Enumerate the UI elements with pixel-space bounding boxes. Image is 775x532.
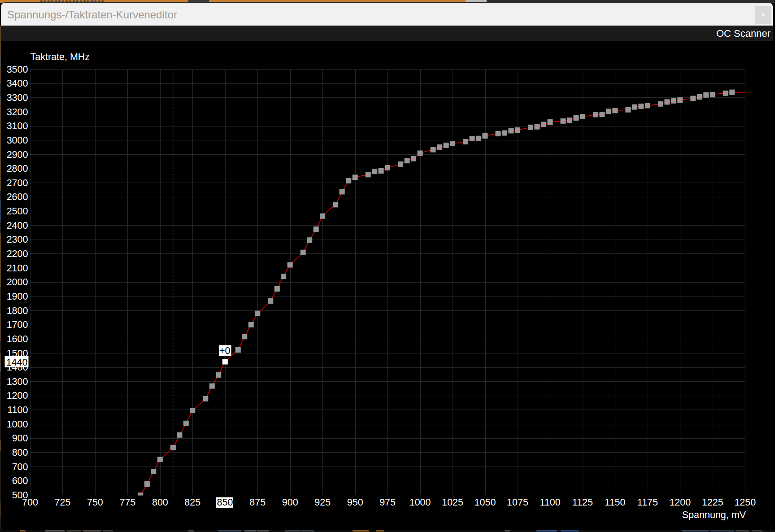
svg-text:2700: 2700 <box>7 178 28 188</box>
svg-text:1600: 1600 <box>7 334 28 344</box>
svg-text:3200: 3200 <box>7 107 28 118</box>
svg-text:825: 825 <box>184 497 200 508</box>
svg-text:2100: 2100 <box>7 263 28 274</box>
svg-text:700: 700 <box>22 497 38 508</box>
svg-text:1000: 1000 <box>7 419 28 430</box>
svg-text:950: 950 <box>347 497 363 508</box>
svg-text:1100: 1100 <box>540 497 560 508</box>
svg-text:3400: 3400 <box>7 78 28 89</box>
svg-text:875: 875 <box>249 497 266 508</box>
svg-text:850: 850 <box>217 497 233 508</box>
svg-text:725: 725 <box>55 497 71 508</box>
svg-text:Taktrate, MHz: Taktrate, MHz <box>30 52 90 62</box>
svg-text:Spannung, mV: Spannung, mV <box>682 510 746 520</box>
svg-text:3300: 3300 <box>7 92 28 103</box>
svg-text:1025: 1025 <box>442 497 463 508</box>
svg-text:1225: 1225 <box>702 497 723 508</box>
svg-text:1150: 1150 <box>605 497 625 508</box>
svg-text:2800: 2800 <box>7 163 28 174</box>
svg-text:2400: 2400 <box>7 220 28 231</box>
svg-text:3000: 3000 <box>7 135 28 146</box>
svg-text:900: 900 <box>282 497 298 508</box>
svg-text:1200: 1200 <box>669 497 691 508</box>
svg-text:3500: 3500 <box>7 64 28 75</box>
svg-text:1175: 1175 <box>637 497 658 508</box>
svg-text:1000: 1000 <box>409 497 431 508</box>
svg-text:1250: 1250 <box>734 497 756 508</box>
svg-text:1050: 1050 <box>475 497 496 508</box>
svg-text:1900: 1900 <box>7 291 28 302</box>
svg-text:2000: 2000 <box>7 277 28 288</box>
svg-text:800: 800 <box>152 497 168 508</box>
svg-text:900: 900 <box>12 433 28 444</box>
svg-text:2600: 2600 <box>7 192 28 202</box>
svg-text:700: 700 <box>12 462 28 472</box>
svg-text:2300: 2300 <box>7 234 28 245</box>
svg-text:750: 750 <box>87 497 103 508</box>
svg-text:1800: 1800 <box>7 305 28 316</box>
svg-text:1300: 1300 <box>7 376 28 387</box>
svg-text:3100: 3100 <box>7 121 28 131</box>
svg-text:1125: 1125 <box>572 497 593 508</box>
svg-text:2500: 2500 <box>7 206 28 217</box>
svg-text:+0: +0 <box>219 345 231 356</box>
svg-text:1200: 1200 <box>7 390 28 401</box>
svg-text:1700: 1700 <box>7 319 28 330</box>
svg-text:1440: 1440 <box>6 357 28 368</box>
svg-text:1100: 1100 <box>7 405 28 415</box>
svg-text:800: 800 <box>12 447 28 458</box>
svg-text:775: 775 <box>119 497 135 508</box>
svg-text:925: 925 <box>314 497 331 508</box>
svg-text:975: 975 <box>379 497 396 508</box>
svg-text:1075: 1075 <box>507 497 528 508</box>
svg-text:600: 600 <box>12 475 28 486</box>
svg-text:2200: 2200 <box>7 249 28 259</box>
svg-text:2900: 2900 <box>7 149 28 160</box>
